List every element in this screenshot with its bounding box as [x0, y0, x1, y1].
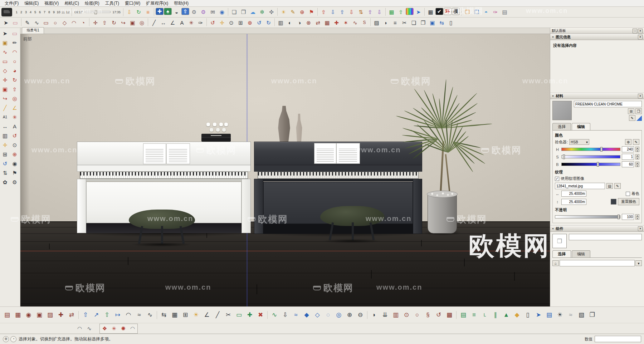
dimension-icon[interactable]: ↔: [0, 122, 10, 131]
zoom-icon[interactable]: ⊙: [10, 141, 19, 149]
compass-icon[interactable]: ✜: [267, 8, 276, 16]
hue-slider[interactable]: [561, 148, 620, 151]
make-component-icon[interactable]: ❐: [419, 18, 428, 27]
saturation-value-input[interactable]: [622, 154, 634, 160]
zoom-window-icon[interactable]: ⊞: [0, 150, 10, 159]
3d-text-icon[interactable]: A: [10, 122, 19, 131]
match-object-color-button[interactable]: ✎: [633, 139, 639, 145]
brightness-slider-handle[interactable]: [597, 162, 599, 167]
scene-number-8[interactable]: 8: [47, 9, 52, 15]
entity-info-header[interactable]: ▼ 图元信息 ✕: [550, 34, 644, 40]
shadow-time-slider[interactable]: [85, 11, 111, 13]
project-lines-icon[interactable]: ⇊: [380, 310, 390, 320]
rectangle-tool-icon[interactable]: ▭: [0, 57, 10, 66]
scene-number-7[interactable]: 7: [42, 9, 47, 15]
walk-icon[interactable]: ⇅: [0, 168, 10, 177]
pushpull-tool-icon[interactable]: ⇧: [100, 18, 109, 27]
panel-toggle-icon[interactable]: ▤: [500, 8, 509, 16]
color-gradient-icon[interactable]: [406, 8, 414, 15]
section-plane-icon[interactable]: ▥: [0, 131, 10, 140]
menu-file[interactable]: 文件(F): [2, 0, 21, 7]
drape-icon[interactable]: ▨: [45, 310, 55, 320]
bezier-curve-icon[interactable]: S: [360, 18, 369, 27]
protractor-icon[interactable]: ∠: [10, 103, 19, 112]
mail-icon[interactable]: ✉: [208, 8, 217, 16]
pencil-tool-icon[interactable]: ✏: [10, 38, 19, 47]
mirror-icon[interactable]: ⇆: [159, 310, 169, 320]
extrude-edges-icon[interactable]: ↦: [113, 310, 123, 320]
grow-selection-icon[interactable]: ⊕: [345, 310, 355, 320]
layers-manager-icon[interactable]: ▤: [544, 310, 554, 320]
picker-dropdown[interactable]: HSB ▾: [569, 139, 589, 145]
piano-stool-black[interactable]: [320, 206, 385, 244]
select-tool-icon[interactable]: ➤: [0, 29, 10, 38]
smoove-icon[interactable]: ◉: [24, 310, 34, 320]
entity-info-close-button[interactable]: ✕: [638, 35, 643, 39]
component-tab-edit[interactable]: 编辑: [572, 250, 590, 257]
eraser-tool-icon[interactable]: ▭: [10, 29, 19, 38]
angle-tool-icon[interactable]: ∠: [202, 310, 212, 320]
paint-bucket-icon[interactable]: ▣: [428, 18, 437, 27]
cleanup-model-icon[interactable]: ✂: [400, 18, 409, 27]
helix-tool-icon[interactable]: §: [423, 310, 433, 320]
add-circle-icon[interactable]: ✚: [156, 8, 164, 15]
brightness-spinner[interactable]: [635, 162, 639, 167]
array-tool-icon[interactable]: ▦: [323, 18, 332, 27]
look-around-icon[interactable]: ◉: [10, 159, 19, 168]
zoom-tool-icon[interactable]: ⊙: [227, 18, 236, 27]
text-tool-icon[interactable]: A: [177, 18, 186, 27]
pipe-bend-icon[interactable]: ∿: [85, 324, 94, 333]
shrink-selection-icon[interactable]: ⊖: [355, 310, 365, 320]
create-material-button[interactable]: ⊞: [628, 108, 634, 114]
curviloft-icon[interactable]: ≈: [134, 310, 144, 320]
refresh-sync-icon[interactable]: ↻: [134, 8, 143, 16]
viewport[interactable]: 前部: [20, 34, 550, 306]
saturation-slider-handle[interactable]: [563, 154, 565, 159]
flip-edge-icon[interactable]: ⇄: [67, 310, 77, 320]
decor-books[interactable]: [201, 134, 231, 142]
pie-tool-icon[interactable]: ◔: [79, 18, 88, 27]
tube-along-path-icon[interactable]: ⊙: [401, 310, 411, 320]
settings-icon[interactable]: ⚙: [10, 178, 19, 187]
arc-tool-icon[interactable]: ◠: [69, 18, 78, 27]
material-thumbnail[interactable]: [552, 101, 572, 120]
section-plane-icon[interactable]: ▥: [276, 18, 285, 27]
grid-tool-icon[interactable]: ⊞: [180, 310, 190, 320]
drop-to-ground-icon[interactable]: ⇩: [280, 310, 290, 320]
component-name-input[interactable]: [569, 234, 642, 240]
arrow-up-green-icon[interactable]: ⇧: [396, 8, 405, 16]
flag-icon[interactable]: ⚑: [307, 8, 316, 16]
reset-color-button[interactable]: 重置颜色: [618, 198, 639, 205]
previous-view-icon[interactable]: ↺: [255, 18, 264, 27]
layer-down-icon[interactable]: ⇩: [375, 8, 384, 16]
menu-tools[interactable]: 工具(T): [103, 0, 122, 7]
split-face-icon[interactable]: ▥: [391, 310, 401, 320]
soften-edges-icon[interactable]: ◗: [369, 310, 379, 320]
clipboard-icon[interactable]: ▯: [447, 18, 455, 27]
handrail-arc-icon[interactable]: ◠: [75, 324, 84, 333]
previous-view-icon[interactable]: ↺: [0, 159, 10, 168]
check-plugin-icon[interactable]: ✔: [435, 8, 443, 15]
offset-tool-icon[interactable]: ◎: [137, 18, 146, 27]
weld-edges-icon[interactable]: ✚: [332, 18, 341, 27]
settings-gears-icon[interactable]: ⚙: [190, 8, 199, 16]
mo-plugin-badge[interactable]: 模: [452, 8, 460, 15]
freehand-tool-icon[interactable]: ∿: [32, 18, 41, 27]
in-model-icon[interactable]: ⌂: [552, 260, 559, 266]
scene-number-4[interactable]: 4: [28, 9, 33, 15]
match-screen-color-button[interactable]: ⊕: [625, 139, 631, 145]
components-header[interactable]: ▼ 组件 ✕: [550, 226, 644, 232]
styles-icon[interactable]: ▧: [576, 310, 586, 320]
panel-close-button[interactable]: ✕: [638, 29, 643, 33]
solar-north-icon[interactable]: ☀: [191, 310, 201, 320]
shadow-time-slider-handle[interactable]: [94, 10, 97, 14]
flowify-icon[interactable]: ≈: [291, 310, 301, 320]
scene-number-9[interactable]: 9: [52, 9, 56, 15]
rectangle-tool-icon[interactable]: ▭: [42, 18, 50, 27]
panel-maker-icon[interactable]: ▤: [458, 310, 468, 320]
sample-paint-button[interactable]: ✎: [629, 115, 635, 121]
scene-number-3[interactable]: 3: [24, 9, 28, 15]
opacity-value-input[interactable]: [622, 214, 634, 220]
spiral-tool-icon[interactable]: ↺: [434, 310, 444, 320]
material-tab-select[interactable]: 选择: [552, 123, 571, 130]
